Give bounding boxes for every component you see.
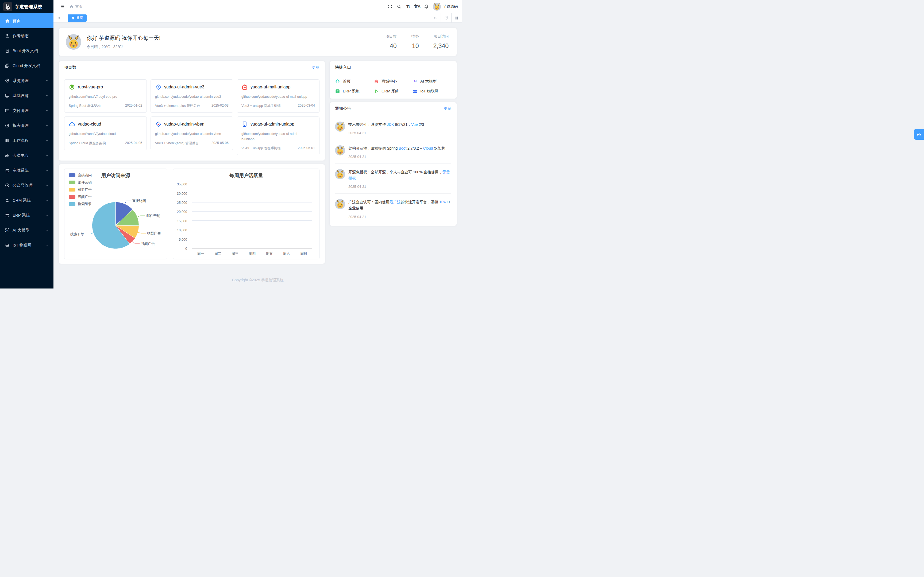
project-name: ruoyi-vue-pro [78,85,103,89]
tabs-menu-button[interactable] [451,13,462,23]
notice-item[interactable]: 技术兼容性：系统支持 JDK 8/17/21，Vue 2/3 2025-04-2… [335,116,451,140]
svg-text:视频广告: 视频广告 [141,242,155,246]
quick-entry-item[interactable]: AI 大模型 [412,79,451,84]
notice-list: 技术兼容性：系统支持 JDK 8/17/21，Vue 2/3 2025-04-2… [330,115,457,226]
svg-text:直接访问: 直接访问 [132,199,146,203]
quick-entry-item[interactable]: 商城中心 [374,79,412,84]
project-name: yudao-ui-admin-uniapp [250,122,294,127]
project-name: yudao-ui-mall-uniapp [250,85,290,89]
sidebar-item[interactable]: 系统管理 [0,73,53,88]
sidebar-item[interactable]: CRM 系统 [0,193,53,208]
legend-item[interactable]: 直接访问 [69,173,92,177]
sidebar-item-icon [5,18,10,23]
chevron-down-icon [45,79,48,82]
sidebar-item[interactable]: 支付管理 [0,103,53,118]
project-desc: Spring Boot 单体架构 [69,104,100,108]
tabs-scroll-left-button[interactable] [53,13,64,23]
quick-entry-icon [335,79,340,84]
quick-entry-item[interactable]: CRM 系统 [374,89,412,94]
projects-grid: ruoyi-vue-pro github.com/YunaiV/ruoyi-vu… [59,74,325,161]
tab-home[interactable]: 首页 [68,15,87,22]
menu-fold-button[interactable] [58,2,67,11]
chevron-down-icon [45,139,48,142]
page-content: 你好 芋道源码 祝你开心每一天! 今日晴，20℃ - 32℃! 项目数 40 待… [53,23,462,288]
project-card[interactable]: yudao-ui-admin-vue3 github.com/yudaocode… [150,79,233,113]
welcome-text: 你好 芋道源码 祝你开心每一天! 今日晴，20℃ - 32℃! [87,34,161,50]
sidebar-item[interactable]: 会员中心 [0,148,53,163]
project-card-footer: Vue3 + uniapp 管理手机端 2025-06-01 [241,146,315,151]
quick-entry-item[interactable]: 首页 [335,79,374,84]
sidebar-item[interactable]: AI 大模型 [0,223,53,238]
sidebar-item-label: 系统管理 [13,78,42,83]
legend-label: 视频广告 [78,195,92,199]
legend-item[interactable]: 视频广告 [69,195,92,199]
notice-item[interactable]: 广泛企业认可：国内使用最广泛的快速开发平台，远超 10w++ 企业使用 2025… [335,193,451,223]
double-chevron-right-icon [433,16,438,20]
quick-entry-icon [412,89,418,94]
notice-item[interactable]: 架构灵活性：后端提供 Spring Boot 2.7/3.2 + Cloud 双… [335,140,451,164]
sidebar-item[interactable]: 商城系统 [0,163,53,178]
notice-body: 技术兼容性：系统支持 JDK 8/17/21，Vue 2/3 2025-04-2… [348,121,451,135]
sidebar-item-icon [5,153,10,158]
notice-more-link[interactable]: 更多 [444,106,451,111]
legend-item[interactable]: 邮件营销 [69,180,92,185]
app-logo[interactable]: 芋道管理系统 [0,0,53,13]
quick-entry-item[interactable]: ERP 系统 [335,89,374,94]
quick-entry-item[interactable]: IoT 物联网 [412,89,451,94]
left-column: 项目数 更多 ruoyi-vue-pro [59,61,325,264]
search-button[interactable] [394,2,404,11]
copyright-footer: Copyright ©2025 芋道管理系统 [59,276,457,283]
username[interactable]: 芋道源码 [443,4,458,9]
fullscreen-button[interactable] [385,2,394,11]
sidebar-item[interactable]: 基础设施 [0,88,53,103]
bar-chart-title: 每周用户活跃量 [173,172,319,179]
tabs-refresh-button[interactable] [441,13,451,23]
sidebar-item[interactable]: IoT 物联网 [0,238,53,253]
bar-chart-x-axis: 周一周二周三周四周五周六周日 [192,251,312,256]
project-url: github.com/yudaocode/yudao-ui-mall-uniap… [241,94,315,99]
project-url: github.com/yudaocode/yudao-ui-admin-vue3 [155,94,229,99]
project-card[interactable]: yudao-ui-mall-uniapp github.com/yudaocod… [237,79,320,113]
sidebar-item-icon [5,48,10,53]
legend-swatch [69,173,75,177]
notification-bell-button[interactable] [422,2,431,11]
sidebar-item[interactable]: 工作流程 [0,133,53,148]
stat-label: 项目访问 [433,34,449,39]
sidebar-item[interactable]: 作者动态 [0,28,53,43]
sidebar-item[interactable]: 公众号管理 [0,178,53,193]
legend-swatch [69,202,75,206]
notice-item[interactable]: 开源免授权：全部开源，个人与企业可 100% 直接使用，无需授权 2025-04… [335,164,451,193]
user-avatar[interactable] [433,3,441,11]
notice-title: 开源免授权：全部开源，个人与企业可 100% 直接使用，无需授权 [348,169,451,181]
projects-more-link[interactable]: 更多 [312,65,320,70]
svg-text:邮件营销: 邮件营销 [147,214,160,218]
sidebar-item[interactable]: 报表管理 [0,118,53,133]
welcome-stats: 项目数 40 待办 10 项目访问 2,340 [378,34,450,50]
stat-item: 项目访问 2,340 [426,34,450,50]
font-size-button[interactable]: Tt [404,2,412,11]
legend-item[interactable]: 搜索引擎 [69,201,92,206]
stat-item: 待办 10 [404,34,426,50]
notice-title: 技术兼容性：系统支持 JDK 8/17/21，Vue 2/3 [348,121,451,128]
app-title: 芋道管理系统 [15,4,42,10]
sidebar-item[interactable]: ERP 系统 [0,208,53,223]
project-card[interactable]: ruoyi-vue-pro github.com/YunaiV/ruoyi-vu… [64,79,147,113]
project-card-header: yudao-ui-admin-vben [155,121,229,127]
sidebar-item[interactable]: 首页 [0,13,53,28]
legend-item[interactable]: 联盟广告 [69,187,92,192]
project-desc: Spring Cloud 微服务架构 [69,141,106,146]
project-desc: Vue3 + uniapp 管理手机端 [241,146,281,151]
breadcrumb[interactable]: 首页 [69,4,82,9]
project-desc: Vue3 + element-plus 管理后台 [155,104,200,108]
sidebar-item[interactable]: Boot 开发文档 [0,43,53,58]
project-card[interactable]: yudao-ui-admin-vben github.com/yudaocode… [150,116,233,150]
sidebar-item[interactable]: Cloud 开发文档 [0,58,53,73]
tabs-scroll-right-button[interactable] [430,13,441,23]
sidebar-item-label: CRM 系统 [13,198,42,203]
project-card[interactable]: yudao-ui-admin-uniapp github.com/yudaoco… [237,116,320,155]
project-card[interactable]: yudao-cloud github.com/YunaiV/yudao-clou… [64,116,147,150]
notice-panel-title: 通知公告 [335,106,351,111]
project-date: 2025-03-04 [298,104,315,108]
language-button[interactable]: 文A [412,2,422,11]
notice-avatar [335,145,345,155]
